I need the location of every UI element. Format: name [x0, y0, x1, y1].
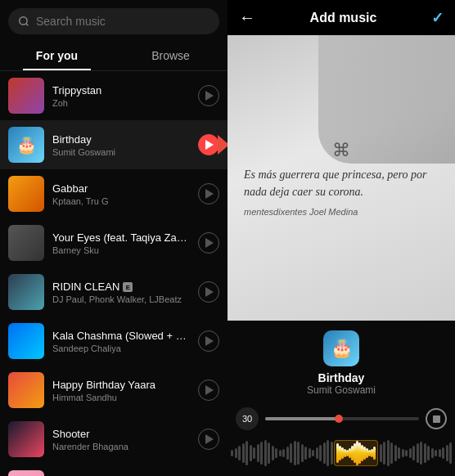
stop-icon	[433, 415, 440, 423]
active-arrow-indicator	[218, 135, 228, 155]
confirm-button[interactable]: ✓	[431, 9, 444, 27]
timeline-controls: 30	[228, 402, 455, 433]
track-info: Happy Birthday Yaara Himmat Sandhu	[52, 379, 190, 402]
quote-text: Es más guerrera que princesa, pero por n…	[244, 166, 439, 200]
search-bar[interactable]	[8, 8, 219, 34]
list-item[interactable]: Shooter Narender Bhagana	[0, 415, 228, 464]
track-name: Birthday	[52, 133, 190, 146]
track-name: Shooter	[52, 428, 190, 440]
track-thumbnail	[8, 78, 44, 114]
track-name: Gabbar	[52, 182, 190, 195]
waveform	[231, 437, 452, 469]
tabs: For you Browse	[0, 41, 228, 71]
track-name: Kala Chashma (Slowed + Reverbed)	[52, 330, 190, 342]
list-item[interactable]: Happy Birthday Yaara Himmat Sandhu	[0, 366, 228, 415]
play-button[interactable]	[198, 379, 219, 401]
track-thumbnail	[8, 421, 44, 457]
waveform-highlight	[334, 440, 378, 466]
track-name: RIDIN CLEANE	[52, 281, 190, 293]
waveform-area[interactable]	[228, 433, 455, 476]
right-header: ← Add music ✓	[228, 0, 455, 35]
play-arrow-icon	[205, 189, 214, 199]
track-artist: Himmat Sandhu	[52, 393, 190, 402]
explicit-badge: E	[123, 282, 133, 292]
timeline-bar[interactable]	[265, 417, 419, 420]
list-item[interactable]: Your Eyes (feat. Taqiya Zaman) Barney Sk…	[0, 218, 228, 267]
quote-icon: ⌘	[244, 140, 439, 161]
right-panel: ← Add music ✓ ⌘ Es más guerrera que prin…	[228, 0, 455, 476]
now-playing-title: Birthday	[318, 371, 365, 384]
track-info: Gabbar Kptaan, Tru G	[52, 182, 190, 206]
tab-foryou[interactable]: For you	[0, 41, 114, 70]
list-item[interactable]: RIDIN CLEANE DJ Paul, Phonk Walker, LJBe…	[0, 267, 228, 317]
play-button[interactable]	[198, 429, 219, 450]
back-button[interactable]: ←	[239, 8, 255, 27]
quote-author: mentesdixentes Joel Medina	[244, 207, 439, 217]
play-arrow-icon	[205, 385, 214, 395]
search-input[interactable]	[36, 15, 209, 28]
list-item[interactable]: Tere te (Reprise 2023) Amardeep Chahal	[0, 464, 228, 476]
track-name: Happy Birthday Yaara	[52, 379, 190, 391]
photo-area: ⌘ Es más guerrera que princesa, pero por…	[228, 35, 455, 321]
photo-text-overlay: ⌘ Es más guerrera que princesa, pero por…	[228, 140, 455, 217]
timeline-scrubber[interactable]	[335, 415, 343, 423]
timeline-fill	[265, 417, 339, 420]
now-playing-icon: 🎂	[323, 330, 359, 366]
play-arrow-icon	[205, 238, 214, 248]
page-title: Add music	[310, 11, 377, 25]
list-item[interactable]: 🎂 Birthday Sumit Goswami	[0, 120, 228, 169]
play-button[interactable]	[198, 183, 219, 204]
time-badge: 30	[236, 407, 259, 430]
track-info: Shooter Narender Bhagana	[52, 428, 190, 451]
list-item[interactable]: Gabbar Kptaan, Tru G	[0, 169, 228, 218]
play-button[interactable]	[198, 85, 219, 106]
track-info: Birthday Sumit Goswami	[52, 133, 190, 157]
track-artist: Barney Sku	[52, 245, 190, 255]
track-artist: Sandeep Chaliya	[52, 344, 190, 353]
track-thumbnail: 🎂	[8, 127, 44, 163]
play-arrow-icon	[205, 91, 214, 101]
track-name: Trippystan	[52, 84, 190, 97]
track-info: Trippystan Zoh	[52, 84, 190, 108]
play-arrow-icon	[205, 434, 214, 444]
track-thumbnail	[8, 470, 44, 476]
track-thumbnail	[8, 274, 44, 310]
list-item[interactable]: Trippystan Zoh	[0, 71, 228, 120]
tab-browse[interactable]: Browse	[114, 41, 228, 70]
track-artist: Kptaan, Tru G	[52, 196, 190, 206]
track-info: RIDIN CLEANE DJ Paul, Phonk Walker, LJBe…	[52, 281, 190, 304]
play-button[interactable]	[198, 134, 219, 155]
track-artist: Sumit Goswami	[52, 147, 190, 157]
music-list: Trippystan Zoh 🎂 Birthday Sumit Goswami …	[0, 71, 228, 476]
now-playing: 🎂 Birthday Sumit Goswami	[228, 321, 455, 402]
track-thumbnail	[8, 225, 44, 261]
track-info: Your Eyes (feat. Taqiya Zaman) Barney Sk…	[52, 231, 190, 255]
track-name: Your Eyes (feat. Taqiya Zaman)	[52, 231, 190, 244]
track-info: Kala Chashma (Slowed + Reverbed) Sandeep…	[52, 330, 190, 353]
stop-button[interactable]	[426, 408, 447, 429]
svg-line-1	[26, 24, 29, 26]
left-panel: For you Browse Trippystan Zoh 🎂 Birthday…	[0, 0, 228, 476]
track-artist: DJ Paul, Phonk Walker, LJBeatz	[52, 294, 190, 304]
now-playing-artist: Sumit Goswami	[307, 384, 376, 396]
play-button[interactable]	[198, 330, 219, 352]
search-icon	[18, 16, 29, 27]
play-button[interactable]	[198, 232, 219, 254]
play-arrow-icon	[205, 287, 214, 297]
track-artist: Zoh	[52, 98, 190, 108]
track-artist: Narender Bhagana	[52, 442, 190, 451]
track-thumbnail	[8, 372, 44, 408]
track-thumbnail	[8, 176, 44, 212]
svg-point-0	[20, 17, 27, 25]
track-thumbnail	[8, 323, 44, 359]
play-button[interactable]	[198, 281, 219, 303]
play-arrow-icon	[205, 140, 214, 150]
list-item[interactable]: Kala Chashma (Slowed + Reverbed) Sandeep…	[0, 317, 228, 366]
play-arrow-icon	[205, 336, 214, 346]
